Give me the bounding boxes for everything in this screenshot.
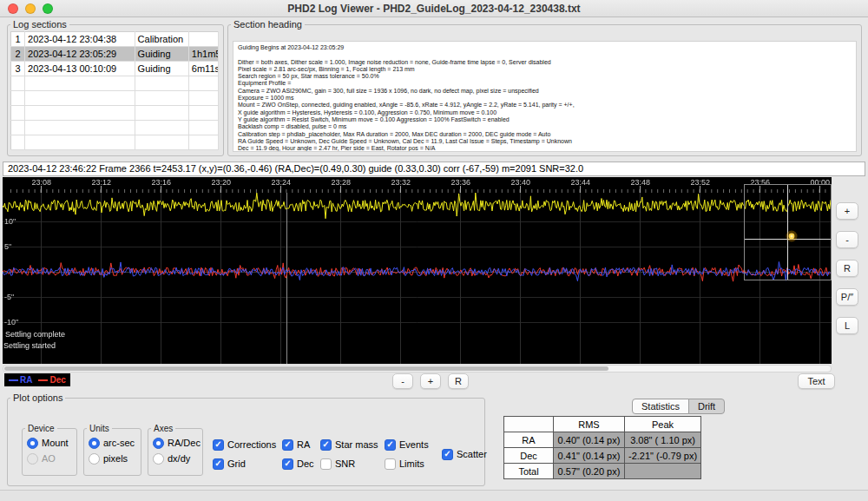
limits-checkbox-label: Limits [399, 458, 424, 469]
title-bar[interactable]: PHD2 Log Viewer - PHD2_GuideLog_2023-04-… [0, 0, 868, 17]
checkbox-dec[interactable]: Dec [282, 458, 314, 470]
dec-swatch-icon [38, 379, 48, 381]
corrections-checkbox-label: Corrections [227, 439, 276, 450]
radio-arcsec[interactable]: arc-sec [89, 437, 141, 449]
snr-checkbox-icon[interactable] [320, 458, 332, 470]
plot-options-panel: Plot options Device Mount AO Units arc-s… [7, 392, 485, 486]
pixels-radio-icon[interactable] [89, 453, 100, 465]
ra-rms-value: 0.40" (0.14 px) [554, 432, 625, 448]
tab-drift[interactable]: Drift [688, 399, 725, 414]
snr-checkbox-label: SNR [335, 458, 355, 469]
arcsec-radio-icon[interactable] [89, 438, 100, 449]
star-mass-checkbox-label: Star mass [335, 439, 378, 450]
checkbox-corrections[interactable]: Corrections [213, 438, 276, 451]
radio-radec[interactable]: RA/Dec [153, 437, 202, 449]
stats-row-dec: Dec 0.41" (0.14 px) -2.21" (-0.79 px) [504, 448, 701, 464]
phd2-log-viewer-window: PHD2 Log Viewer - PHD2_GuideLog_2023-04-… [0, 0, 868, 501]
log-section-row[interactable]: 3 2023-04-13 00:10:09 Guiding 6m11s [11, 62, 219, 76]
hzoom-out-button[interactable]: - [392, 373, 413, 389]
checkbox-grid[interactable]: Grid [213, 458, 276, 470]
radio-pixels[interactable]: pixels [89, 452, 141, 465]
dec-legend-item: Dec [38, 375, 65, 385]
stats-row-total: Total 0.57" (0.20 px) [504, 464, 701, 479]
radec-radio-label: RA/Dec [168, 438, 201, 448]
axes-group: Axes RA/Dec dx/dy [148, 424, 203, 476]
vscale-reset-button[interactable]: R [836, 260, 858, 277]
window-title: PHD2 Log Viewer - PHD2_GuideLog_2023-04-… [0, 0, 868, 17]
scatter-checkbox-label: Scatter [457, 449, 487, 459]
hzoom-in-button[interactable]: + [420, 373, 441, 389]
log-sections-table: 1 2023-04-12 23:04:38 Calibration 2 2023… [10, 31, 219, 150]
ao-radio-icon [27, 453, 38, 465]
scatter-checkbox-icon[interactable] [442, 449, 453, 460]
ra-swatch-icon [9, 379, 18, 381]
radio-dxdy[interactable]: dx/dy [153, 452, 202, 465]
tab-statistics[interactable]: Statistics [632, 399, 689, 414]
checkbox-scatter[interactable]: Scatter [442, 448, 487, 460]
radio-ao: AO [27, 452, 76, 465]
checkbox-column-4: Events Limits [385, 438, 429, 470]
dec-rms-value: 0.41" (0.14 px) [554, 448, 625, 464]
ra-legend-item: RA [9, 375, 32, 385]
lock-button[interactable]: L [836, 317, 858, 334]
arcsec-radio-label: arc-sec [103, 438, 135, 448]
pixel-arcsec-toggle-button[interactable]: P/″ [836, 288, 858, 306]
text-view-button[interactable]: Text [798, 373, 835, 389]
chart-legend: RA Dec [4, 373, 70, 386]
guide-chart[interactable] [3, 177, 832, 364]
log-empty-row [11, 121, 219, 135]
star-mass-checkbox-icon[interactable] [320, 439, 332, 451]
events-checkbox-icon[interactable] [385, 439, 396, 451]
total-rms-value: 0.57" (0.20 px) [554, 464, 625, 479]
dxdy-radio-icon[interactable] [153, 453, 164, 465]
checkbox-column-5: Scatter [442, 448, 487, 460]
grid-checkbox-icon[interactable] [213, 458, 224, 470]
units-group: Units arc-sec pixels [83, 424, 141, 476]
dxdy-radio-label: dx/dy [168, 453, 190, 464]
statistics-table: RMS Peak RA 0.40" (0.14 px) 3.08" ( 1.10… [503, 416, 701, 479]
units-group-label: Units [87, 424, 112, 433]
ra-checkbox-icon[interactable] [282, 439, 293, 451]
vscale-minus-button[interactable]: - [836, 231, 858, 248]
radio-mount[interactable]: Mount [27, 437, 76, 449]
chart-hscrollbar[interactable] [3, 365, 832, 372]
corrections-checkbox-icon[interactable] [213, 439, 224, 451]
bottom-strip [0, 490, 868, 501]
log-section-row[interactable]: 1 2023-04-12 23:04:38 Calibration [11, 32, 219, 47]
log-empty-row [11, 91, 219, 106]
pixels-radio-label: pixels [103, 453, 128, 464]
plot-options-label: Plot options [10, 392, 65, 403]
mount-radio-icon[interactable] [27, 438, 38, 449]
dec-checkbox-label: Dec [297, 458, 314, 469]
log-sections-label: Log sections [10, 19, 69, 30]
log-empty-row [11, 106, 219, 121]
stats-tabs: Statistics Drift [632, 399, 725, 414]
checkbox-ra[interactable]: RA [282, 438, 314, 451]
device-group-label: Device [25, 424, 57, 433]
stats-row-ra: RA 0.40" (0.14 px) 3.08" ( 1.10 px) [504, 432, 701, 448]
vscale-plus-button[interactable]: + [836, 202, 858, 220]
total-peak-value [625, 464, 701, 479]
ra-checkbox-label: RA [297, 439, 310, 450]
section-heading-panel: Section heading Guiding Begins at 2023-0… [227, 19, 862, 156]
checkbox-column-2: RA Dec [282, 438, 314, 470]
radec-radio-icon[interactable] [153, 438, 164, 449]
checkbox-column-3: Star mass SNR [320, 438, 378, 470]
dec-checkbox-icon[interactable] [282, 458, 293, 470]
log-empty-row [11, 135, 219, 150]
frame-status-line: 2023-04-12 23:46:22 Frame 2366 t=2453.17… [3, 162, 865, 176]
hscrollbar-thumb[interactable] [4, 366, 608, 371]
log-section-row[interactable]: 2 2023-04-12 23:05:29 Guiding 1h1m52s [11, 47, 219, 62]
ra-peak-value: 3.08" ( 1.10 px) [625, 432, 701, 448]
checkbox-column-1: Corrections Grid [213, 438, 276, 470]
dec-peak-value: -2.21" (-0.79 px) [625, 448, 701, 464]
limits-checkbox-icon[interactable] [385, 458, 396, 470]
checkbox-star-mass[interactable]: Star mass [320, 438, 378, 451]
chart-side-buttons: + - R P/″ L [836, 202, 862, 334]
hzoom-reset-button[interactable]: R [448, 373, 469, 389]
checkbox-snr[interactable]: SNR [320, 458, 378, 470]
checkbox-limits[interactable]: Limits [385, 458, 429, 470]
device-group: Device Mount AO [22, 424, 77, 476]
checkbox-events[interactable]: Events [385, 438, 429, 451]
mount-radio-label: Mount [42, 438, 69, 448]
